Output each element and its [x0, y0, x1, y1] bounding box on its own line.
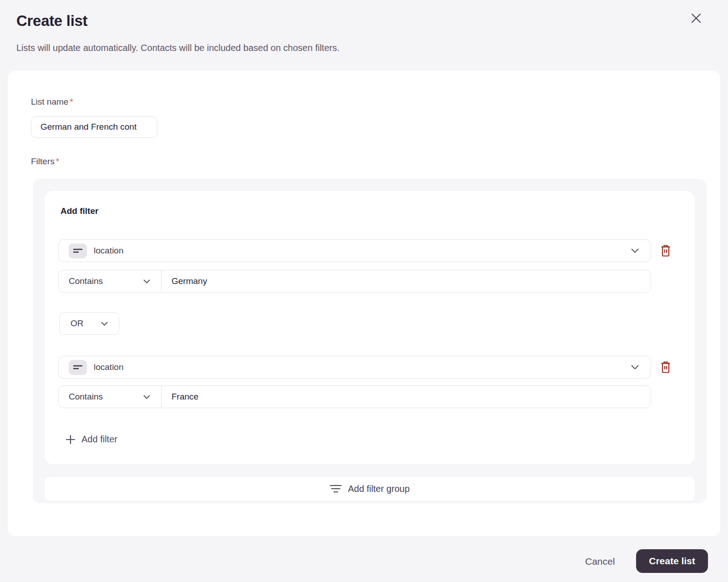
- filter-condition-row: Contains: [58, 270, 651, 293]
- create-list-button[interactable]: Create list: [636, 549, 708, 573]
- chevron-down-icon: [143, 395, 150, 399]
- add-filter-button[interactable]: Add filter: [64, 431, 119, 447]
- delete-filter-button[interactable]: [660, 244, 672, 257]
- filter-card-heading: Add filter: [61, 206, 98, 216]
- x-icon: [690, 12, 703, 25]
- filter-condition-row: Contains: [58, 385, 651, 408]
- filter-value-input[interactable]: [162, 386, 651, 408]
- filter-value-input[interactable]: [162, 270, 651, 292]
- filter-field-value: location: [94, 362, 631, 372]
- list-name-label: List name*: [31, 97, 73, 107]
- dialog-body-card: List name* Filters* Add filter location: [8, 71, 720, 536]
- filter-card: Add filter location: [45, 191, 695, 464]
- required-asterisk: *: [56, 157, 59, 166]
- filter-field-select[interactable]: location: [58, 239, 651, 262]
- chevron-down-icon: [101, 322, 108, 326]
- dialog-subtitle: Lists will update automatically. Contact…: [16, 43, 339, 53]
- chevron-down-icon: [631, 365, 639, 369]
- text-lines-icon: [69, 243, 87, 258]
- plus-icon: [66, 435, 76, 445]
- trash-icon: [660, 244, 672, 257]
- filter-field-value: location: [94, 246, 631, 256]
- required-asterisk: *: [70, 97, 73, 106]
- operator-value: Contains: [69, 276, 103, 286]
- logic-operator-value: OR: [71, 319, 84, 329]
- logic-operator-select[interactable]: OR: [59, 312, 119, 335]
- text-lines-icon: [69, 360, 87, 375]
- add-filter-group-label: Add filter group: [348, 484, 410, 494]
- filter-group-container: Add filter location: [33, 179, 707, 503]
- operator-value: Contains: [69, 392, 103, 402]
- filters-label-text: Filters: [31, 157, 55, 166]
- filter-field-select[interactable]: location: [58, 356, 651, 379]
- chevron-down-icon: [143, 279, 150, 283]
- filter-lines-icon: [330, 485, 342, 493]
- close-button[interactable]: [687, 9, 705, 27]
- add-filter-group-button[interactable]: Add filter group: [45, 477, 695, 501]
- operator-select[interactable]: Contains: [59, 270, 162, 292]
- operator-select[interactable]: Contains: [59, 386, 162, 408]
- dialog-title: Create list: [16, 12, 87, 30]
- chevron-down-icon: [631, 248, 639, 253]
- trash-icon: [660, 361, 672, 374]
- filters-label: Filters*: [31, 157, 59, 167]
- cancel-button[interactable]: Cancel: [579, 552, 621, 572]
- list-name-label-text: List name: [31, 97, 68, 106]
- list-name-input[interactable]: [31, 116, 157, 138]
- add-filter-label: Add filter: [81, 434, 117, 445]
- delete-filter-button[interactable]: [660, 361, 672, 374]
